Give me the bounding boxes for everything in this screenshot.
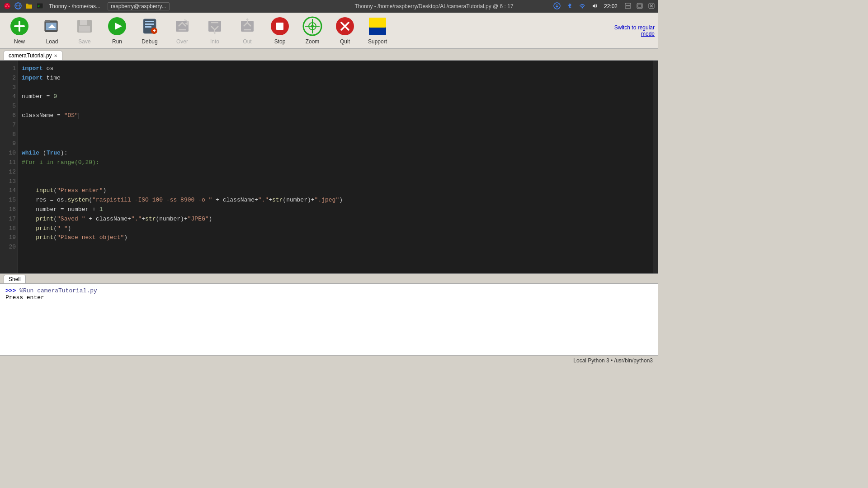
svg-rect-28 bbox=[87, 20, 90, 24]
volume-icon[interactable] bbox=[591, 2, 599, 11]
download-icon[interactable] bbox=[553, 2, 561, 11]
debug-icon bbox=[140, 16, 160, 38]
svg-point-53 bbox=[311, 25, 314, 28]
zoom-icon bbox=[302, 16, 322, 38]
shell-output-text: Press enter bbox=[5, 294, 44, 301]
switch-mode-link[interactable]: Switch to regular mode bbox=[609, 24, 655, 37]
run-icon bbox=[107, 16, 127, 38]
stop-icon bbox=[270, 16, 290, 38]
new-label: New bbox=[14, 38, 25, 45]
shell-window-label: raspberry@raspberry... bbox=[108, 2, 170, 10]
over-button[interactable]: Over bbox=[166, 14, 198, 47]
load-icon bbox=[42, 16, 62, 38]
svg-point-2 bbox=[5, 5, 7, 7]
load-button[interactable]: Load bbox=[36, 14, 68, 47]
terminal-icon[interactable]: >_ bbox=[36, 2, 43, 11]
tab-bar: cameraTutorial.py ✕ bbox=[0, 49, 658, 61]
svg-rect-27 bbox=[79, 26, 90, 32]
toolbar: New Load bbox=[0, 13, 658, 49]
close-button[interactable] bbox=[648, 3, 655, 10]
wifi-icon[interactable] bbox=[579, 2, 586, 11]
python-status: Local Python 3 • /usr/bin/python3 bbox=[573, 357, 653, 364]
svg-marker-46 bbox=[246, 18, 249, 20]
svg-marker-43 bbox=[213, 33, 216, 34]
load-label: Load bbox=[46, 38, 58, 45]
svg-rect-58 bbox=[369, 18, 386, 28]
thonny-window-label: Thonny - /home/ras... bbox=[49, 3, 100, 9]
svg-rect-48 bbox=[276, 23, 283, 30]
shell-line-1: >>> %Run cameraTutorial.py bbox=[5, 287, 653, 294]
svg-text:>_: >_ bbox=[38, 4, 42, 8]
svg-rect-15 bbox=[638, 4, 642, 8]
out-label: Out bbox=[243, 38, 251, 45]
shell-container: Shell >>> %Run cameraTutorial.py Press e… bbox=[0, 274, 658, 355]
bluetooth-icon[interactable] bbox=[566, 2, 573, 11]
shell-output-line: Press enter bbox=[5, 294, 653, 301]
out-button[interactable]: Out bbox=[231, 14, 263, 47]
save-label: Save bbox=[78, 38, 90, 45]
tab-close-button[interactable]: ✕ bbox=[54, 53, 57, 58]
quit-icon bbox=[335, 16, 355, 38]
folder-icon[interactable] bbox=[25, 2, 33, 11]
titlebar-left: >_ Thonny - /home/ras... raspberry@raspb… bbox=[4, 2, 170, 11]
svg-point-3 bbox=[8, 5, 9, 7]
debug-label: Debug bbox=[142, 38, 157, 45]
title-bar: >_ Thonny - /home/ras... raspberry@raspb… bbox=[0, 0, 658, 13]
new-icon bbox=[9, 16, 29, 38]
shell-content[interactable]: >>> %Run cameraTutorial.py Press enter bbox=[0, 284, 658, 355]
support-button[interactable]: Support bbox=[362, 14, 393, 47]
titlebar-center-title: Thonny - /home/raspberry/Desktop/AL/came… bbox=[354, 3, 513, 9]
stop-button[interactable]: Stop bbox=[264, 14, 296, 47]
svg-rect-7 bbox=[26, 5, 32, 9]
minimize-button[interactable] bbox=[625, 3, 631, 10]
over-label: Over bbox=[176, 38, 188, 45]
support-label: Support bbox=[368, 38, 387, 45]
run-label: Run bbox=[112, 38, 122, 45]
svg-rect-33 bbox=[145, 23, 154, 25]
into-icon bbox=[205, 16, 225, 38]
svg-rect-26 bbox=[80, 20, 87, 25]
clock-display: 22:02 bbox=[604, 3, 618, 9]
raspberry-icon[interactable] bbox=[4, 2, 11, 11]
save-icon bbox=[75, 16, 94, 38]
line-numbers: 12345 678910 1112131415 1617181920 bbox=[0, 61, 18, 273]
stop-label: Stop bbox=[274, 38, 286, 45]
main-container: New Load bbox=[0, 13, 658, 365]
svg-rect-24 bbox=[45, 20, 50, 22]
titlebar-right: 22:02 bbox=[553, 2, 655, 11]
over-icon bbox=[172, 16, 192, 38]
into-button[interactable]: Into bbox=[199, 14, 231, 47]
status-bar: Local Python 3 • /usr/bin/python3 bbox=[0, 355, 658, 365]
quit-button[interactable]: Quit bbox=[329, 14, 361, 47]
save-button[interactable]: Save bbox=[69, 14, 100, 47]
svg-point-11 bbox=[581, 7, 583, 8]
debug-button[interactable]: Debug bbox=[134, 14, 165, 47]
shell-command-text: %Run cameraTutorial.py bbox=[19, 287, 97, 294]
code-editor[interactable]: import os import time number = 0 classNa… bbox=[18, 61, 653, 273]
zoom-label: Zoom bbox=[306, 38, 320, 45]
shell-prompt: >>> bbox=[5, 287, 16, 294]
maximize-button[interactable] bbox=[637, 3, 643, 10]
into-label: Into bbox=[210, 38, 219, 45]
svg-rect-34 bbox=[145, 26, 151, 28]
editor-container: 12345 678910 1112131415 1617181920 impor… bbox=[0, 61, 658, 274]
zoom-button[interactable]: Zoom bbox=[297, 14, 328, 47]
browser-icon[interactable] bbox=[14, 2, 22, 11]
shell-tab-bar: Shell bbox=[0, 274, 658, 284]
support-icon bbox=[368, 16, 387, 38]
shell-tab[interactable]: Shell bbox=[4, 275, 26, 283]
svg-point-1 bbox=[6, 4, 8, 5]
svg-rect-32 bbox=[145, 21, 154, 22]
run-button[interactable]: Run bbox=[101, 14, 133, 47]
editor-scrollbar[interactable] bbox=[653, 61, 658, 273]
tab-label: cameraTutorial.py bbox=[9, 52, 52, 59]
svg-rect-13 bbox=[626, 5, 630, 6]
new-button[interactable]: New bbox=[4, 14, 35, 47]
tab-cameratutorial[interactable]: cameraTutorial.py ✕ bbox=[4, 51, 62, 60]
quit-label: Quit bbox=[340, 38, 350, 45]
out-icon bbox=[237, 16, 257, 38]
